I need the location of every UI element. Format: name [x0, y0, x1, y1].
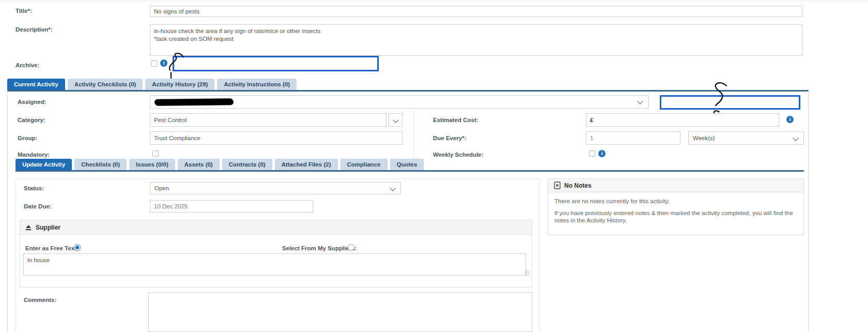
assigned-label: Assigned: — [18, 99, 47, 105]
tab-activity-history[interactable]: Activity History (29) — [145, 79, 214, 90]
date-due-label: Date Due: — [24, 203, 52, 209]
free-text-radio[interactable] — [74, 244, 81, 251]
tab-activity-instructions[interactable]: Activity Instructions (0) — [217, 79, 297, 90]
supplier-title: Supplier — [36, 224, 60, 231]
due-every-input[interactable] — [586, 131, 680, 145]
tab-assets[interactable]: Assets (0) — [178, 159, 220, 170]
status-value: Open — [154, 185, 169, 191]
status-label: Status: — [24, 185, 44, 191]
activity-form-screen: Title*: Description*: in-house check the… — [0, 0, 868, 332]
chevron-down-icon — [637, 98, 643, 104]
category-input[interactable] — [150, 113, 386, 127]
notes-paragraph-1: There are no notes currently for this ac… — [554, 198, 797, 205]
chevron-down-icon — [793, 135, 798, 141]
description-label: Description*: — [16, 26, 53, 33]
notes-panel-header: No Notes — [548, 179, 803, 192]
tab-quotes[interactable]: Quotes — [390, 159, 424, 170]
update-tab-strip: Update Activity Checklists (0) Issues (0… — [16, 159, 424, 170]
description-textarea[interactable]: in-house check the area if any sign of r… — [150, 24, 802, 56]
tab-contracts[interactable]: Contracts (0) — [222, 159, 272, 170]
my-suppliers-radio-label: Select From My Suppliers: — [282, 245, 357, 251]
due-every-label: Due Every*: — [433, 135, 467, 141]
title-input[interactable] — [150, 6, 802, 17]
free-text-radio-label: Enter as Free Text: — [25, 245, 79, 251]
supplier-header[interactable]: Supplier — [20, 220, 532, 235]
notes-panel-body: There are no notes currently for this ac… — [548, 192, 803, 235]
supplier-textarea[interactable]: in house — [23, 253, 526, 276]
note-crossed-icon — [554, 182, 561, 189]
mandatory-checkbox[interactable] — [152, 150, 159, 157]
category-dropdown-button[interactable] — [389, 113, 402, 127]
tab-update-activity[interactable]: Update Activity — [16, 159, 72, 170]
chevron-down-icon — [393, 117, 398, 123]
notes-paragraph-2: If you have previously entered notes & t… — [554, 209, 797, 224]
title-label: Title*: — [16, 8, 32, 14]
update-tab-underline — [16, 170, 804, 172]
group-label: Group: — [18, 135, 37, 141]
chevron-down-icon — [390, 185, 395, 191]
date-due-input[interactable] — [150, 200, 313, 213]
tab-activity-checklists[interactable]: Activity Checklists (0) — [68, 79, 143, 90]
notes-title: No Notes — [564, 182, 592, 189]
estimated-cost-label: Estimated Cost: — [433, 117, 478, 123]
estimated-cost-input[interactable] — [586, 113, 779, 127]
activity-tab-strip: Current Activity Activity Checklists (0)… — [7, 79, 297, 90]
column-divider — [413, 111, 414, 159]
archive-checkbox[interactable] — [151, 61, 157, 67]
my-suppliers-radio[interactable] — [348, 244, 354, 251]
assigned-select[interactable] — [150, 95, 649, 109]
tab-attached-files[interactable]: Attached Files (2) — [275, 159, 338, 170]
group-input[interactable] — [150, 131, 402, 145]
archive-label: Archive: — [16, 62, 39, 68]
due-every-unit-value: Week(s) — [693, 135, 715, 141]
tab-checklists[interactable]: Checklists (0) — [74, 159, 127, 170]
assigned-annotation-box — [660, 95, 800, 110]
archive-info-icon[interactable]: i — [160, 59, 167, 67]
supplier-section: Supplier Enter as Free Text: Select From… — [20, 220, 532, 288]
estimated-cost-info-icon[interactable]: i — [786, 116, 794, 123]
due-every-unit-select[interactable]: Week(s) — [688, 131, 804, 145]
comments-textarea[interactable] — [148, 292, 532, 332]
mandatory-label: Mandatory: — [18, 152, 50, 158]
eject-icon — [25, 224, 32, 231]
archive-annotation-box — [173, 56, 379, 71]
category-label: Category: — [18, 117, 45, 123]
tab-issues[interactable]: Issues (0/0) — [129, 159, 175, 170]
comments-label: Comments: — [24, 297, 56, 303]
assigned-redaction — [154, 98, 233, 105]
top-divider — [0, 1, 868, 1]
notes-panel: No Notes There are no notes currently fo… — [548, 178, 804, 235]
tab-compliance[interactable]: Compliance — [340, 159, 388, 170]
status-select[interactable]: Open — [150, 182, 401, 194]
weekly-schedule-label: Weekly Schedule: — [433, 152, 484, 158]
weekly-schedule-info-icon[interactable]: i — [598, 150, 606, 157]
weekly-schedule-checkbox[interactable] — [589, 150, 595, 157]
tab-current-activity[interactable]: Current Activity — [7, 79, 65, 90]
resize-handle[interactable] — [525, 271, 530, 276]
